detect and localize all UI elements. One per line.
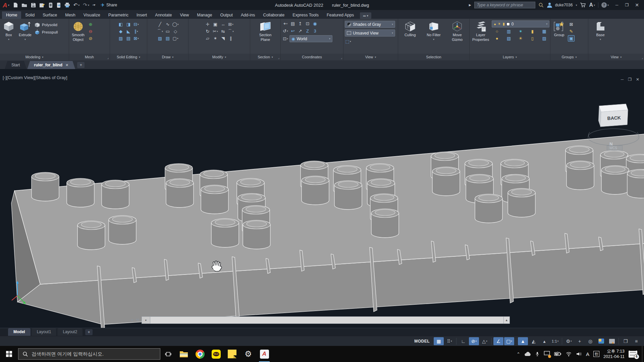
dialog-launcher-icon[interactable]: ⌟ [642, 56, 643, 59]
imprint-icon[interactable]: ▤ [125, 35, 132, 42]
dialog-launcher-icon[interactable]: ⌟ [278, 56, 279, 59]
ribbon-display-toggle-button[interactable]: ▬▾ [360, 12, 371, 19]
restore-button[interactable]: ❐ [622, 1, 632, 9]
kakaotalk-button[interactable]: TALK [208, 346, 224, 362]
autodesk-account-button[interactable]: A▾ [589, 2, 595, 8]
visual-style-combo[interactable]: Shades of Gray ▾ [345, 21, 395, 28]
chrome-button[interactable] [192, 346, 208, 362]
show-desktop-button[interactable] [642, 346, 644, 362]
layer-thaw-icon[interactable]: ☀ [516, 35, 526, 42]
action-center-button[interactable]: 6 [629, 351, 637, 358]
dialog-launcher-icon[interactable]: ⌟ [341, 56, 342, 59]
clean-screen-icon[interactable]: ❒ [621, 337, 631, 345]
open-file-button[interactable] [21, 2, 27, 8]
fillet-icon[interactable]: ⌒▾ [227, 28, 234, 35]
solid-intersect-icon[interactable]: ⊟▾ [133, 21, 140, 27]
ribbon-tab-solid[interactable]: Solid [21, 11, 39, 19]
panel-label-coordinates[interactable]: Coordinates⌟ [281, 54, 343, 60]
copy-icon[interactable]: ▣ [212, 21, 219, 27]
ucs-x-rotate-icon[interactable]: ↺▾ [282, 28, 289, 34]
no-filter-button[interactable]: No Filter▾ [425, 20, 442, 42]
polyline-icon[interactable]: ∿ [164, 21, 171, 27]
ribbon-tab-parametric[interactable]: Parametric [104, 11, 132, 19]
qat-customize-button[interactable]: ⹀▾ [93, 3, 95, 7]
ungroup-icon[interactable]: ⊠ [568, 21, 575, 27]
ribbon-tab-view[interactable]: View [176, 11, 193, 19]
grid-icon[interactable]: ▦ [434, 337, 444, 345]
array-icon[interactable]: ⊞▾ [227, 21, 234, 27]
taskbar-search-input[interactable] [32, 351, 152, 357]
wcs-dropdown[interactable]: WCS▾ [607, 145, 623, 150]
circle-icon[interactable]: ◯▾ [172, 21, 179, 27]
taskbar-clock[interactable]: 오후 7:13 2021-04-11 [603, 349, 625, 360]
taskbar-search[interactable] [18, 348, 160, 360]
start-button[interactable] [0, 346, 18, 362]
ucs-world-icon[interactable]: ◉ [312, 20, 318, 27]
layer-on-icon[interactable]: ● [492, 35, 502, 42]
app-store-cart-icon[interactable] [580, 2, 586, 8]
ribbon-tab-home[interactable]: Home [2, 11, 21, 19]
polysolid-button[interactable]: Polysolid [34, 22, 58, 27]
panel-label-section[interactable]: Section▾⌟ [250, 54, 280, 60]
file-explorer-button[interactable] [176, 346, 192, 362]
panel-label-selection[interactable]: Selection [398, 54, 469, 60]
graphics-performance-icon[interactable]: ✓ [596, 337, 606, 345]
arc-icon[interactable]: ⌒▾ [157, 28, 163, 35]
save-as-button[interactable] [39, 2, 45, 8]
steering-wheel-icon[interactable]: ◈ [640, 222, 643, 227]
presspull-button[interactable]: Presspull [34, 29, 58, 35]
ortho-icon[interactable]: ∟ [458, 337, 468, 345]
annotation-scale-sync-icon[interactable]: ▴ [539, 337, 549, 345]
panel-label-groups[interactable]: Groups▾ [550, 54, 588, 60]
annotation-scale-value[interactable]: 1:1▾ [550, 337, 560, 345]
box-button[interactable]: Box▾ [1, 20, 16, 42]
ribbon-tab-express-tools[interactable]: Express Tools [288, 11, 323, 19]
annotation-autoscale-icon[interactable]: ◭ [529, 337, 539, 345]
ucs-z-axis-icon[interactable]: Z [304, 28, 311, 34]
wireless-display-icon[interactable] [544, 351, 550, 357]
search-expand-arrow-icon[interactable]: ▶ [469, 3, 471, 7]
doc-minimize-button[interactable]: ─ [621, 77, 624, 82]
zoom-tool-icon[interactable]: ◎ [640, 203, 643, 208]
user-avatar-icon[interactable] [547, 3, 552, 8]
panel-label-modeling[interactable]: Modeling▾ [0, 54, 69, 60]
drawing-viewport[interactable]: [-][Custom View][Shades of Gray] ─ ❐ ✕ B… [0, 69, 644, 328]
move-icon[interactable]: ✛ [204, 21, 211, 27]
dialog-launcher-icon[interactable]: ⌟ [107, 56, 109, 59]
tray-expand-icon[interactable]: ⌃ [517, 352, 520, 357]
annotation-monitor-icon[interactable]: + [575, 337, 585, 345]
new-file-button[interactable] [13, 2, 18, 8]
workspace-switching-icon[interactable]: ⚙▾ [564, 337, 574, 345]
ucs-3point-icon[interactable]: 3 [312, 28, 318, 34]
ucs-icon[interactable]: ⌖▾ [282, 20, 289, 27]
new-layout-button[interactable]: + [85, 329, 93, 335]
command-close-icon[interactable]: ✕ [130, 318, 134, 322]
close-button[interactable]: ✕ [632, 1, 642, 9]
ucs-view-icon[interactable]: ⊡ [304, 20, 311, 27]
share-button[interactable]: ✈Share [101, 2, 117, 8]
save-button[interactable] [31, 2, 36, 8]
layout-tab-layout2[interactable]: Layout2 [57, 328, 83, 336]
culling-button[interactable]: Culling [403, 20, 418, 37]
group-selection-icon[interactable]: ▣ [568, 35, 575, 42]
panel-label-layers[interactable]: Layers▾ [470, 54, 550, 60]
layer-unisolate-icon[interactable]: ▧ [503, 35, 514, 42]
performance-analyzer-icon[interactable]: ▲ [607, 337, 617, 345]
move-gizmo-button[interactable]: MoveGizmo [450, 20, 465, 42]
panel-label-view[interactable]: View▾ [343, 54, 398, 60]
layer-unlock-icon[interactable]: ▯ [527, 35, 538, 42]
group-edit-icon[interactable]: ✎ [568, 28, 575, 35]
help-search-input[interactable] [474, 2, 535, 8]
ribbon-tab-mesh[interactable]: Mesh [61, 11, 79, 19]
search-icon[interactable] [538, 2, 544, 8]
isolate-objects-icon[interactable]: ◎ [585, 337, 595, 345]
panel-label-view2[interactable]: View▾⌟ [588, 54, 644, 60]
layout-tab-layout1[interactable]: Layout1 [32, 328, 57, 336]
help-button[interactable]: ?▾ [601, 2, 609, 8]
explode-icon[interactable]: ✶ [212, 35, 219, 42]
plot-button[interactable] [64, 2, 70, 8]
file-tab-start[interactable]: Start [5, 61, 26, 69]
scale-icon[interactable]: ◥ [220, 35, 226, 42]
slice-icon[interactable]: ∥▾ [133, 28, 140, 35]
ribbon-tab-insert[interactable]: Insert [132, 11, 151, 19]
